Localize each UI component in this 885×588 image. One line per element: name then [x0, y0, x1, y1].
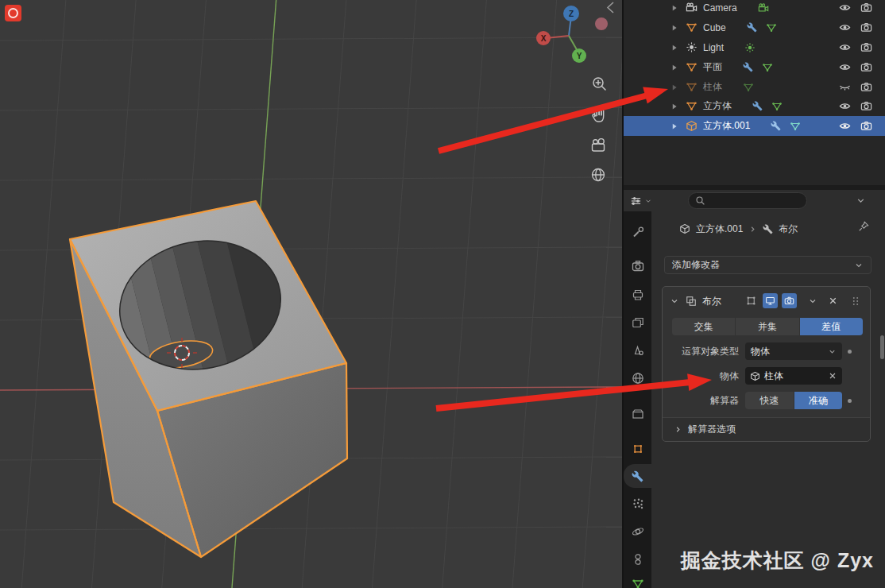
- outliner-row-camera[interactable]: Camera: [624, 0, 885, 17]
- outliner-item-label[interactable]: Light: [703, 42, 724, 53]
- solver-options-header[interactable]: 解算器选项: [663, 417, 870, 441]
- scrollbar-thumb[interactable]: [880, 335, 884, 359]
- operand-type-label: 运算对象类型: [663, 342, 739, 360]
- realtime-display-toggle[interactable]: [763, 293, 778, 308]
- delete-modifier-x-icon[interactable]: [828, 296, 838, 306]
- visibility-eye-icon[interactable]: [839, 41, 851, 53]
- gizmo-y-axis-ball[interactable]: Y: [572, 48, 586, 63]
- add-modifier-button[interactable]: 添加修改器: [664, 256, 871, 274]
- outliner-row-cube[interactable]: Cube: [624, 17, 885, 37]
- op-difference-button[interactable]: 差值: [800, 318, 863, 335]
- modifier-wrench-icon: [763, 224, 773, 234]
- tab-physics[interactable]: [624, 520, 651, 544]
- drag-handle-icon[interactable]: [850, 296, 861, 307]
- blender-window: Z X Y: [0, 0, 885, 588]
- outliner-item-label[interactable]: 平面: [703, 60, 722, 74]
- render-visibility-camera-icon[interactable]: [860, 120, 872, 132]
- add-modifier-label: 添加修改器: [672, 258, 720, 272]
- animate-dot[interactable]: [848, 350, 852, 354]
- gizmo-x-axis-ball[interactable]: X: [536, 31, 551, 45]
- object-picker-field[interactable]: 柱体: [745, 367, 842, 385]
- breadcrumb-modifier[interactable]: 布尔: [779, 222, 798, 236]
- render-icon: [632, 260, 644, 273]
- gizmo-y-label: Y: [577, 52, 582, 60]
- tab-object-data[interactable]: [624, 572, 651, 588]
- edit-mode-toggle-icon[interactable]: [745, 295, 757, 307]
- tab-view-layer[interactable]: [624, 311, 651, 335]
- output-printer-icon: [632, 288, 644, 301]
- tab-output[interactable]: [624, 283, 651, 307]
- object-square-icon: [632, 443, 644, 455]
- op-intersect-button[interactable]: 交集: [672, 318, 735, 335]
- render-visibility-camera-icon[interactable]: [860, 41, 872, 53]
- expand-arrow-icon[interactable]: [670, 83, 679, 92]
- tab-scene[interactable]: [624, 338, 651, 362]
- outliner-item-label[interactable]: Cube: [703, 22, 726, 33]
- gizmo-negative-axis-ball[interactable]: [595, 17, 608, 30]
- op-union-button[interactable]: 并集: [736, 318, 798, 335]
- animate-dot[interactable]: [848, 399, 852, 403]
- visibility-eye-icon[interactable]: [839, 2, 851, 14]
- tab-render[interactable]: [624, 254, 651, 278]
- search-box[interactable]: [688, 192, 807, 209]
- render-visibility-camera-icon[interactable]: [860, 21, 872, 33]
- visibility-eye-icon[interactable]: [839, 61, 851, 73]
- clear-object-x-icon[interactable]: [828, 371, 837, 381]
- visibility-eye-icon[interactable]: [839, 100, 851, 112]
- outliner-item-label[interactable]: 立方体: [703, 99, 732, 113]
- expand-arrow-icon[interactable]: [670, 102, 679, 111]
- 3d-viewport[interactable]: Z X Y: [0, 0, 622, 588]
- modifier-wrench-icon: [632, 470, 643, 482]
- gizmo-z-axis-ball[interactable]: Z: [563, 6, 579, 21]
- filter-dropdown-icon[interactable]: [856, 195, 866, 206]
- boolean-modifier-panel: 布尔 交集 并集 差值 运算对象类型 物体: [662, 286, 871, 442]
- render-visibility-camera-icon[interactable]: [860, 81, 872, 93]
- render-visibility-camera-icon[interactable]: [860, 61, 872, 73]
- outliner-row-cube-001-active[interactable]: 立方体.001: [624, 116, 885, 136]
- object-value: 柱体: [764, 369, 783, 383]
- properties-tab-strip: [624, 211, 651, 588]
- modifier-panel-header: 布尔: [663, 287, 870, 315]
- tab-particles[interactable]: [624, 492, 651, 516]
- outliner-row-plane[interactable]: 平面: [624, 57, 885, 77]
- editor-type-button[interactable]: [630, 192, 660, 209]
- visibility-eye-icon[interactable]: [839, 21, 851, 33]
- outliner-row-light[interactable]: Light: [624, 37, 885, 57]
- collapse-chevron-icon[interactable]: [670, 296, 679, 306]
- operand-type-dropdown[interactable]: 物体: [745, 342, 842, 360]
- expand-arrow-icon[interactable]: [670, 43, 679, 52]
- render-visibility-camera-icon[interactable]: [860, 100, 872, 112]
- mesh-data-icon: [632, 578, 644, 588]
- expand-arrow-icon[interactable]: [670, 63, 679, 72]
- render-visibility-camera-icon[interactable]: [860, 2, 872, 14]
- outliner-row-cylinder[interactable]: 柱体: [624, 77, 885, 97]
- solver-fast-button[interactable]: 快速: [745, 392, 794, 409]
- visibility-eye-closed-icon[interactable]: [839, 81, 851, 93]
- outliner: Camera Cube Light: [624, 0, 885, 185]
- breadcrumb-object[interactable]: 立方体.001: [696, 222, 743, 236]
- solver-exact-button[interactable]: 准确: [794, 392, 843, 409]
- tab-world[interactable]: [624, 366, 651, 390]
- outliner-item-label[interactable]: Camera: [703, 2, 737, 14]
- search-input[interactable]: [710, 195, 800, 207]
- expand-arrow-icon[interactable]: [670, 23, 679, 33]
- tab-tool[interactable]: [624, 220, 651, 244]
- viewport-canvas[interactable]: Z X Y: [0, 0, 622, 588]
- tab-object[interactable]: [624, 437, 651, 461]
- expand-arrow-icon[interactable]: [670, 122, 679, 131]
- tab-collection[interactable]: [624, 402, 651, 426]
- render-display-toggle[interactable]: [782, 293, 797, 308]
- outliner-row-cube-cn[interactable]: 立方体: [624, 96, 885, 116]
- extras-menu-chevron-icon[interactable]: [808, 296, 817, 306]
- expand-arrow-icon[interactable]: [670, 3, 679, 13]
- outliner-item-label[interactable]: 立方体.001: [703, 119, 750, 133]
- solver-segmented: 快速 准确: [745, 392, 842, 409]
- tab-modifiers[interactable]: [624, 464, 651, 488]
- light-object-icon: [686, 41, 698, 53]
- tab-constraints[interactable]: [624, 547, 651, 571]
- pin-icon[interactable]: [858, 221, 869, 232]
- visibility-eye-icon[interactable]: [839, 120, 851, 132]
- physics-orbit-icon: [632, 525, 644, 538]
- outliner-item-label[interactable]: 柱体: [703, 80, 722, 94]
- breadcrumb: 立方体.001 布尔: [679, 219, 798, 238]
